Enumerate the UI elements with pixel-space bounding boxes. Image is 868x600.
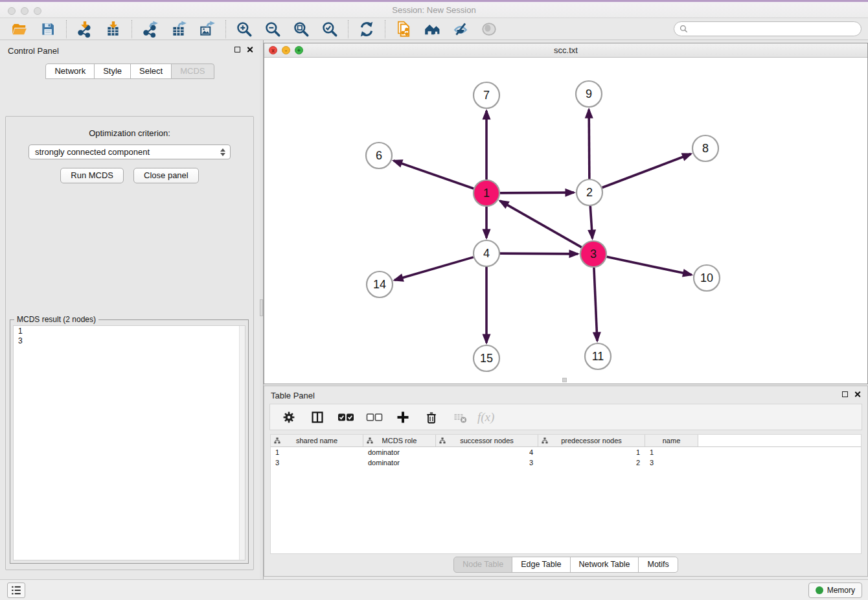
- splitter-grip[interactable]: [260, 299, 263, 316]
- tab-motifs[interactable]: Motifs: [638, 557, 678, 573]
- export-network-icon[interactable]: [141, 19, 160, 39]
- edge-1-6[interactable]: [394, 161, 474, 189]
- task-history-button[interactable]: [7, 583, 25, 598]
- zoom-in-icon[interactable]: [234, 19, 254, 39]
- gear-icon[interactable]: [278, 409, 300, 426]
- import-network-icon[interactable]: [75, 19, 95, 39]
- edge-1-2[interactable]: [500, 192, 574, 193]
- zoom-selected-icon[interactable]: [320, 19, 339, 39]
- table-panel-title: Table Panel: [271, 391, 315, 400]
- run-mcds-button[interactable]: Run MCDS: [60, 168, 124, 183]
- edge-3-1[interactable]: [500, 201, 582, 248]
- import-table-icon[interactable]: [104, 19, 123, 39]
- duplicate-network-icon[interactable]: [394, 19, 413, 39]
- open-file-icon[interactable]: [10, 19, 29, 39]
- node-2[interactable]: 2: [577, 179, 602, 205]
- node-14[interactable]: 14: [367, 271, 393, 297]
- column-header-shared-name[interactable]: shared name: [271, 435, 363, 446]
- export-table-icon[interactable]: [169, 19, 188, 39]
- table-cell[interactable]: 4: [436, 448, 538, 456]
- column-header-successor-nodes[interactable]: successor nodes: [436, 435, 538, 446]
- column-header-predecessor-nodes[interactable]: predecessor nodes: [538, 435, 645, 446]
- table-cell[interactable]: 3: [436, 459, 538, 467]
- deselect-all-icon[interactable]: [363, 409, 385, 426]
- tab-select[interactable]: Select: [130, 63, 172, 79]
- export-image-icon[interactable]: [198, 19, 217, 39]
- save-icon[interactable]: [38, 19, 58, 39]
- node-15[interactable]: 15: [474, 345, 499, 371]
- home-icon[interactable]: [422, 19, 442, 39]
- edge-4-14[interactable]: [394, 257, 474, 280]
- node-4[interactable]: 4: [474, 240, 499, 266]
- main-toolbar: [0, 18, 868, 40]
- table-row[interactable]: 1dominator411: [271, 447, 861, 457]
- table-cell[interactable]: 1: [538, 448, 645, 456]
- edge-2-9[interactable]: [589, 110, 589, 179]
- node-1[interactable]: 1: [474, 180, 499, 206]
- column-header-MCDS-role[interactable]: MCDS role: [363, 435, 436, 446]
- network-window-titlebar[interactable]: x - + scc.txt: [264, 43, 867, 58]
- edge-4-3[interactable]: [500, 253, 578, 254]
- close-panel-icon[interactable]: [246, 46, 253, 53]
- close-window-icon[interactable]: [8, 7, 16, 15]
- memory-button[interactable]: Memory: [808, 583, 862, 598]
- table-cell[interactable]: 1: [271, 448, 363, 456]
- node-label: 9: [586, 87, 592, 100]
- zoom-out-icon[interactable]: [263, 19, 282, 39]
- table-cell[interactable]: 2: [538, 459, 645, 467]
- delete-icon[interactable]: [420, 409, 442, 426]
- refresh-icon[interactable]: [357, 19, 376, 39]
- table-cell[interactable]: dominator: [363, 448, 436, 456]
- tab-network-table[interactable]: Network Table: [570, 557, 639, 573]
- node-7[interactable]: 7: [474, 82, 499, 108]
- search-field[interactable]: [674, 21, 862, 36]
- node-label: 1: [483, 187, 490, 200]
- table-row[interactable]: 3dominator323: [271, 457, 861, 468]
- table-cell[interactable]: dominator: [363, 459, 436, 467]
- zoom-fit-icon[interactable]: [291, 19, 311, 39]
- node-11[interactable]: 11: [585, 343, 611, 369]
- zoom-window-icon[interactable]: [34, 7, 41, 15]
- tab-style[interactable]: Style: [94, 63, 131, 79]
- minimize-network-icon[interactable]: -: [282, 46, 290, 54]
- network-resize-grip[interactable]: [562, 378, 567, 382]
- node-9[interactable]: 9: [576, 81, 602, 107]
- window-controls[interactable]: [8, 7, 41, 15]
- edge-2-8[interactable]: [602, 154, 691, 188]
- select-all-icon[interactable]: [335, 409, 357, 426]
- tab-mcds[interactable]: MCDS: [171, 63, 214, 79]
- network-canvas[interactable]: 7968124314101511: [264, 58, 867, 384]
- search-input[interactable]: [691, 25, 856, 34]
- node-label: 4: [483, 247, 490, 260]
- mcds-result-list[interactable]: 13: [13, 325, 246, 560]
- result-scrollbar[interactable]: [239, 326, 245, 560]
- table-cell[interactable]: 1: [645, 448, 698, 456]
- close-network-icon[interactable]: x: [269, 46, 277, 54]
- memory-label: Memory: [827, 586, 855, 595]
- node-3[interactable]: 3: [580, 241, 606, 267]
- node-6[interactable]: 6: [366, 143, 392, 168]
- close-table-panel-icon[interactable]: [854, 391, 861, 398]
- hide-panel-icon[interactable]: [451, 19, 470, 39]
- column-header-name[interactable]: name: [645, 435, 698, 446]
- table-cell[interactable]: 3: [645, 459, 698, 467]
- tab-edge-table[interactable]: Edge Table: [512, 557, 570, 573]
- edge-3-10[interactable]: [607, 257, 692, 275]
- tab-node-table[interactable]: Node Table: [453, 557, 512, 573]
- close-panel-button[interactable]: Close panel: [133, 168, 199, 183]
- node-10[interactable]: 10: [694, 265, 720, 291]
- table-cell[interactable]: 3: [271, 459, 363, 467]
- edge-3-11[interactable]: [594, 268, 597, 341]
- network-graph[interactable]: 7968124314101511: [264, 58, 867, 384]
- columns-icon[interactable]: [306, 409, 328, 426]
- add-icon[interactable]: [392, 409, 414, 426]
- float-panel-icon[interactable]: [234, 47, 240, 52]
- maximize-network-icon[interactable]: +: [295, 46, 303, 54]
- optimization-dropdown-value: strongly connected component: [35, 147, 150, 157]
- float-table-panel-icon[interactable]: [842, 391, 848, 397]
- node-8[interactable]: 8: [692, 135, 718, 161]
- tab-network[interactable]: Network: [45, 63, 95, 79]
- minimize-window-icon[interactable]: [21, 7, 29, 15]
- optimization-dropdown[interactable]: strongly connected component: [29, 144, 231, 159]
- edge-2-3[interactable]: [590, 206, 592, 238]
